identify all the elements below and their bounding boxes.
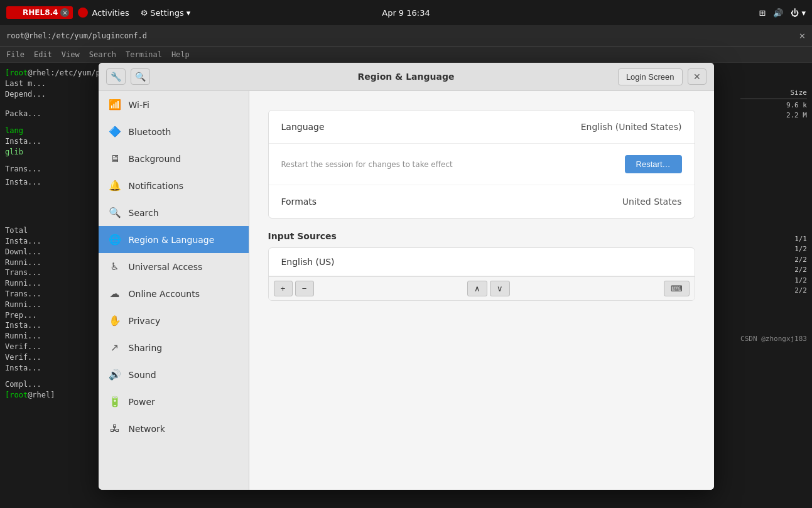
taskbar-left: RHEL8.4 ✕ Activities ⚙ Settings ▾ [6,6,190,19]
sidebar-item-sharing[interactable]: ↗ Sharing [99,334,249,361]
settings-tools-icon[interactable]: 🔧 [106,68,126,85]
sidebar: 📶 Wi-Fi 🔷 Bluetooth 🖥 Background 🔔 Notif… [99,91,249,490]
input-source-label: English (US) [281,257,335,267]
sound-icon: 🔊 [109,369,121,381]
settings-body: 📶 Wi-Fi 🔷 Bluetooth 🖥 Background 🔔 Notif… [99,91,714,490]
search-icon: 🔍 [109,207,121,219]
sidebar-label-network: Network [129,424,165,434]
formats-label: Formats [281,197,317,207]
rhel-badge[interactable]: RHEL8.4 ✕ [6,6,73,19]
settings-main: Language English (United States) Restart… [249,91,714,490]
taskbar: RHEL8.4 ✕ Activities ⚙ Settings ▾ Apr 9 … [0,0,812,25]
activities-btn[interactable]: Activities [78,8,129,18]
language-formats-card: Language English (United States) Restart… [268,110,695,219]
sidebar-item-universal-access[interactable]: ♿ Universal Access [99,253,249,280]
sidebar-label-wifi: Wi-Fi [129,100,149,110]
restart-row: Restart the session for changes to take … [269,144,695,185]
sidebar-label-region-language: Region & Language [129,235,215,245]
sharing-icon: ↗ [109,342,121,354]
sidebar-item-sound[interactable]: 🔊 Sound [99,361,249,388]
settings-titlebar-right: Login Screen ✕ [618,68,706,85]
sidebar-label-universal-access: Universal Access [129,262,203,272]
sidebar-label-online-accounts: Online Accounts [129,289,200,299]
sidebar-item-online-accounts[interactable]: ☁ Online Accounts [99,280,249,307]
rhel-close-btn[interactable]: ✕ [60,8,69,17]
move-up-btn[interactable]: ∧ [467,281,487,296]
settings-menu[interactable]: ⚙ Settings ▾ [141,8,191,18]
settings-titlebar: 🔧 🔍 Region & Language Login Screen ✕ [99,63,714,91]
rhel-logo [10,8,20,18]
input-sources-card: English (US) + − ∧ ∨ ⌨ [268,247,695,301]
sidebar-label-privacy: Privacy [129,316,161,326]
rhel-label: RHEL8.4 [23,8,58,17]
sidebar-label-background: Background [129,154,181,164]
language-value: English (United States) [581,122,682,132]
remove-input-source-btn[interactable]: − [295,281,314,296]
formats-row: Formats United States [269,185,695,218]
sidebar-item-notifications[interactable]: 🔔 Notifications [99,172,249,199]
taskbar-right: ⊞ 🔊 ⏻ ▾ [759,8,806,18]
sidebar-item-background[interactable]: 🖥 Background [99,145,249,172]
keyboard-preview-btn[interactable]: ⌨ [664,281,690,296]
background-icon: 🖥 [109,153,121,165]
move-down-btn[interactable]: ∨ [490,281,510,296]
notifications-icon: 🔔 [109,180,121,192]
privacy-icon: ✋ [109,315,121,327]
language-label: Language [281,122,325,132]
sidebar-label-power: Power [129,397,155,407]
activities-label: Activities [92,8,129,18]
sidebar-label-notifications: Notifications [129,181,184,191]
settings-search-icon[interactable]: 🔍 [131,68,150,85]
sidebar-item-wifi[interactable]: 📶 Wi-Fi [99,91,249,118]
network-icon[interactable]: ⊞ [759,8,766,18]
bluetooth-icon: 🔷 [109,126,121,138]
settings-close-button[interactable]: ✕ [688,68,706,85]
volume-icon[interactable]: 🔊 [773,8,783,18]
wifi-icon: 📶 [109,99,121,111]
sidebar-item-network[interactable]: 🖧 Network [99,415,249,442]
network-sidebar-icon: 🖧 [109,423,121,435]
activities-icon [78,8,88,18]
language-row: Language English (United States) [269,111,695,144]
input-source-english-us[interactable]: English (US) [269,248,695,276]
settings-menu-arrow: ▾ [187,8,191,18]
sidebar-item-bluetooth[interactable]: 🔷 Bluetooth [99,118,249,145]
settings-window-title: Region & Language [358,72,455,82]
settings-titlebar-left: 🔧 🔍 [106,68,150,85]
sidebar-item-power[interactable]: 🔋 Power [99,388,249,415]
sidebar-label-sound: Sound [129,370,156,380]
settings-overlay: 🔧 🔍 Region & Language Login Screen ✕ 📶 W… [0,25,812,508]
taskbar-datetime: Apr 9 16:34 [382,8,430,18]
settings-window: 🔧 🔍 Region & Language Login Screen ✕ 📶 W… [99,63,714,490]
sidebar-label-sharing: Sharing [129,343,163,353]
sidebar-label-search: Search [129,208,159,218]
online-accounts-icon: ☁ [109,288,121,300]
input-sources-toolbar: + − ∧ ∨ ⌨ [269,276,695,300]
login-screen-button[interactable]: Login Screen [618,68,683,85]
region-icon: 🌐 [109,234,121,246]
restart-note: Restart the session for changes to take … [281,160,453,169]
settings-menu-label: Settings [150,8,183,18]
formats-value: United States [622,197,682,207]
sidebar-item-search[interactable]: 🔍 Search [99,199,249,226]
sidebar-item-privacy[interactable]: ✋ Privacy [99,307,249,334]
restart-button[interactable]: Restart… [625,155,682,173]
add-input-source-btn[interactable]: + [274,281,293,296]
sidebar-label-bluetooth: Bluetooth [129,127,171,137]
sidebar-item-region-language[interactable]: 🌐 Region & Language [99,226,249,253]
power-menu-icon[interactable]: ⏻ ▾ [791,8,806,18]
universal-access-icon: ♿ [109,261,121,273]
power-icon: 🔋 [109,396,121,408]
input-sources-title: Input Sources [268,231,695,241]
